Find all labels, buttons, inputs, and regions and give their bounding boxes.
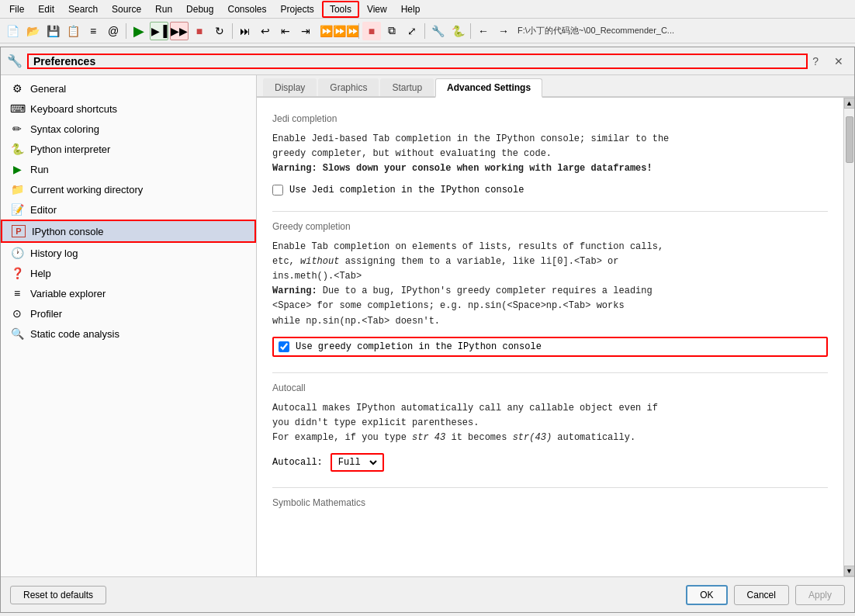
scroll-up-btn[interactable]: ▲	[844, 98, 855, 109]
sidebar-label-general: General	[30, 83, 66, 95]
sidebar-label-ipython: IPython console	[32, 226, 104, 237]
sep4	[424, 23, 425, 39]
sidebar-label-syntax: Syntax coloring	[30, 123, 99, 135]
ok-button[interactable]: OK	[686, 585, 727, 605]
jedi-title: Jedi completion	[272, 113, 828, 124]
sidebar-label-static: Static code analysis	[30, 328, 119, 340]
jedi-section: Jedi completion Enable Jedi-based Tab co…	[272, 113, 828, 196]
tab-startup[interactable]: Startup	[380, 78, 434, 96]
jedi-checkbox[interactable]	[272, 185, 283, 196]
apply-button[interactable]: Apply	[795, 585, 845, 605]
new-file-btn[interactable]: 📄	[3, 22, 22, 40]
sidebar-item-history[interactable]: 🕐 History log	[1, 243, 256, 263]
footer-right: OK Cancel Apply	[686, 585, 845, 605]
autocall-row: Autocall: Full Smart Off	[272, 453, 828, 472]
cancel-button[interactable]: Cancel	[734, 585, 789, 605]
reset-defaults-button[interactable]: Reset to defaults	[10, 586, 106, 604]
sep2	[232, 23, 233, 39]
sidebar-item-variable[interactable]: ≡ Variable explorer	[1, 283, 256, 303]
sidebar-item-static[interactable]: 🔍 Static code analysis	[1, 324, 256, 344]
toolbar: 📄 📂 💾 📋 ≡ @ ▶ ▶▐ ▶▶ ■ ↻ ⏭ ↩ ⇤ ⇥ ⏩ ⏩⏩ ■ ⧉…	[0, 19, 855, 43]
save-all-btn[interactable]: 📋	[64, 22, 82, 40]
sep1	[126, 23, 126, 39]
greedy-checkbox-label: Use greedy completion in the IPython con…	[296, 341, 542, 352]
debug-btn[interactable]: ▶▶	[170, 22, 189, 40]
autocall-select[interactable]: Full Smart Off	[335, 456, 379, 469]
jedi-checkbox-label: Use Jedi completion in the IPython conso…	[289, 185, 524, 196]
close-button[interactable]: ✕	[829, 54, 848, 69]
menu-tools[interactable]: Tools	[322, 1, 359, 18]
tab-display[interactable]: Display	[263, 78, 317, 96]
sidebar-item-profiler[interactable]: ⊙ Profiler	[1, 303, 256, 324]
python-btn[interactable]: 🐍	[448, 22, 467, 40]
help-icon: ❓	[10, 267, 24, 279]
expand-btn[interactable]: ⤢	[403, 22, 421, 40]
preferences-body: ⚙ General ⌨ Keyboard shortcuts ✏ Syntax …	[1, 75, 854, 576]
help-button[interactable]: ?	[808, 54, 823, 69]
divider-2	[272, 372, 828, 373]
run-icon: ▶	[10, 163, 24, 175]
step2-btn[interactable]: ↩	[256, 22, 275, 40]
reload-btn[interactable]: ↻	[210, 22, 229, 40]
sidebar-item-help[interactable]: ❓ Help	[1, 263, 256, 283]
menu-consoles[interactable]: Consoles	[221, 2, 272, 16]
sidebar-item-ipython[interactable]: P IPython console	[1, 220, 256, 243]
preferences-footer: Reset to defaults OK Cancel Apply	[1, 576, 854, 612]
divider-1	[272, 211, 828, 212]
cwd-icon: 📁	[10, 183, 24, 196]
scroll-down-btn[interactable]: ▼	[844, 566, 855, 576]
wrench-icon: 🔧	[7, 54, 22, 68]
step3-btn[interactable]: ⇤	[276, 22, 295, 40]
run-cell-btn[interactable]: ▶▐	[150, 22, 168, 40]
scrollbar: ▲ ▼	[843, 98, 854, 576]
python-icon: 🐍	[10, 143, 24, 155]
general-icon: ⚙	[10, 82, 24, 95]
preferences-title: Preferences	[27, 54, 808, 69]
sidebar-item-editor[interactable]: 📝 Editor	[1, 199, 256, 220]
step4-btn[interactable]: ⇥	[296, 22, 315, 40]
menu-search[interactable]: Search	[62, 2, 104, 16]
sidebar-item-keyboard[interactable]: ⌨ Keyboard shortcuts	[1, 99, 256, 119]
sidebar-label-keyboard: Keyboard shortcuts	[30, 103, 117, 115]
menu-file[interactable]: File	[3, 2, 30, 16]
save-btn[interactable]: 💾	[43, 22, 62, 40]
back-btn[interactable]: ←	[474, 22, 493, 40]
run-btn[interactable]: ▶	[130, 22, 148, 40]
menu-debug[interactable]: Debug	[180, 2, 220, 16]
tab-graphics[interactable]: Graphics	[318, 78, 379, 96]
sidebar-label-run: Run	[30, 164, 49, 175]
list-btn[interactable]: ≡	[84, 22, 102, 40]
sidebar-item-general[interactable]: ⚙ General	[1, 78, 256, 99]
step6-btn[interactable]: ⏩⏩	[337, 22, 355, 40]
scroll-thumb[interactable]	[846, 116, 853, 163]
sidebar-item-cwd[interactable]: 📁 Current working directory	[1, 179, 256, 199]
menu-edit[interactable]: Edit	[32, 2, 61, 16]
tab-advanced[interactable]: Advanced Settings	[435, 78, 542, 98]
sidebar-item-run[interactable]: ▶ Run	[1, 159, 256, 179]
sidebar-label-cwd: Current working directory	[30, 184, 143, 196]
stop2-btn[interactable]: ■	[362, 22, 381, 40]
path-display: F:\小丁的代码池~\00_Recommender_C...	[518, 25, 852, 36]
copy-btn[interactable]: ⧉	[382, 22, 401, 40]
sidebar-item-syntax[interactable]: ✏ Syntax coloring	[1, 119, 256, 139]
menu-run[interactable]: Run	[149, 2, 178, 16]
stop-btn[interactable]: ■	[190, 22, 209, 40]
step-btn[interactable]: ⏭	[236, 22, 254, 40]
tools-btn[interactable]: 🔧	[428, 22, 447, 40]
menu-projects[interactable]: Projects	[275, 2, 320, 16]
at-btn[interactable]: @	[104, 22, 123, 40]
greedy-title: Greedy completion	[272, 221, 828, 232]
autocall-title: Autocall	[272, 382, 828, 393]
forward-btn[interactable]: →	[494, 22, 513, 40]
menu-source[interactable]: Source	[106, 2, 147, 16]
open-btn[interactable]: 📂	[23, 22, 42, 40]
sidebar-item-python[interactable]: 🐍 Python interpreter	[1, 139, 256, 159]
greedy-desc: Enable Tab completion on elements of lis…	[272, 240, 828, 329]
sep5	[470, 23, 471, 39]
variable-icon: ≡	[10, 287, 24, 299]
menu-help[interactable]: Help	[395, 2, 427, 16]
greedy-section: Greedy completion Enable Tab completion …	[272, 221, 828, 357]
menu-view[interactable]: View	[361, 2, 393, 16]
static-icon: 🔍	[10, 327, 24, 340]
greedy-checkbox[interactable]	[279, 341, 289, 352]
